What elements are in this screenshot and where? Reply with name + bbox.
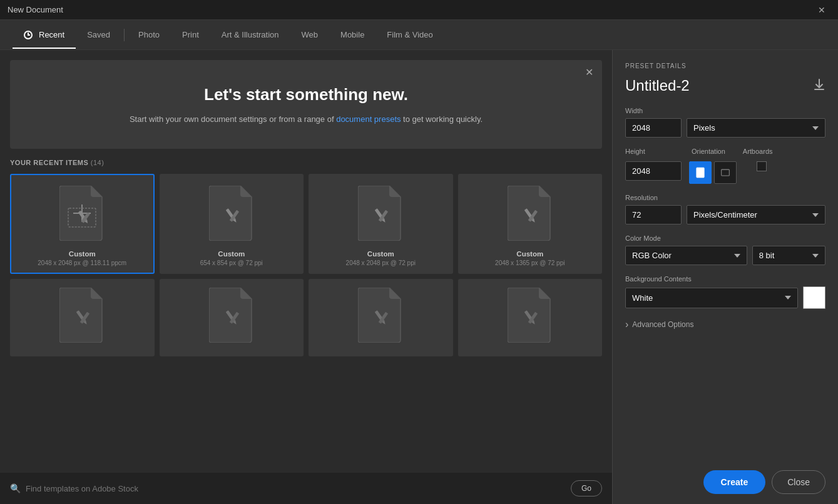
doc-icon-5 xyxy=(209,288,254,343)
tab-recent-label: Recent xyxy=(39,30,64,39)
resolution-row: Pixels/Inch Pixels/Centimeter xyxy=(625,205,825,224)
doc-icon-6 xyxy=(358,288,403,343)
recent-item-0-meta: 2048 x 2048 px @ 118.11 ppcm xyxy=(38,260,126,266)
bg-contents-select[interactable]: White Black Background Color Transparent… xyxy=(625,288,798,308)
recent-item-5[interactable] xyxy=(160,279,304,356)
search-bar: 🔍 Go xyxy=(0,473,612,504)
search-input-wrap: 🔍 xyxy=(10,483,565,493)
go-button[interactable]: Go xyxy=(571,480,602,496)
hero-close-button[interactable]: ✕ xyxy=(585,66,593,78)
recent-item-2[interactable]: Custom 2048 x 2048 px @ 72 ppi xyxy=(309,174,453,274)
color-mode-row: RGB Color CMYK Color Lab Color Grayscale… xyxy=(625,246,825,265)
recent-header: YOUR RECENT ITEMS (14) xyxy=(10,159,602,166)
panel-footer: Create Close xyxy=(625,463,825,494)
tab-art-label: Art & Illustration xyxy=(222,30,279,39)
recent-item-1-label: Custom xyxy=(218,250,245,258)
preset-name-row: Untitled-2 xyxy=(625,77,825,94)
tab-saved[interactable]: Saved xyxy=(76,21,121,48)
height-orientation-row xyxy=(625,161,825,184)
tab-web-label: Web xyxy=(302,30,319,39)
width-input[interactable] xyxy=(625,118,682,138)
landscape-button[interactable] xyxy=(714,161,737,184)
search-input[interactable] xyxy=(26,484,565,493)
advanced-options-toggle[interactable]: Advanced Options xyxy=(625,319,825,330)
tab-recent[interactable]: Recent xyxy=(13,21,76,48)
portrait-button[interactable] xyxy=(689,161,712,184)
create-button[interactable]: Create xyxy=(703,470,766,494)
color-mode-label: Color Mode xyxy=(625,234,825,242)
svg-rect-28 xyxy=(697,168,704,178)
bg-color-swatch[interactable] xyxy=(803,286,825,309)
color-mode-select[interactable]: RGB Color CMYK Color Lab Color Grayscale… xyxy=(625,246,747,265)
recent-item-0-label: Custom xyxy=(69,250,96,258)
recent-item-1-meta: 654 x 854 px @ 72 ppi xyxy=(200,260,263,266)
recent-item-3[interactable]: Custom 2048 x 1365 px @ 72 ppi xyxy=(458,174,603,274)
recent-item-3-label: Custom xyxy=(516,250,543,258)
recent-item-6[interactable] xyxy=(309,279,453,356)
orientation-label: Orientation xyxy=(692,148,725,155)
recent-count: (14) xyxy=(91,159,105,166)
tab-web[interactable]: Web xyxy=(290,21,330,48)
recent-item-0[interactable]: Custom 2048 x 2048 px @ 118.11 ppcm xyxy=(10,174,155,274)
window-close-button[interactable]: ✕ xyxy=(813,3,830,18)
doc-icon-1 xyxy=(209,183,254,244)
tab-print-label: Print xyxy=(182,30,199,39)
tab-print[interactable]: Print xyxy=(171,21,210,48)
artboards-label: Artboards xyxy=(743,148,773,155)
tab-film-video[interactable]: Film & Video xyxy=(376,21,444,48)
artboard-checkbox[interactable] xyxy=(757,161,767,171)
svg-rect-29 xyxy=(722,169,730,176)
preset-name: Untitled-2 xyxy=(625,77,690,94)
doc-icon-0 xyxy=(59,183,105,244)
doc-icon-3 xyxy=(508,183,553,244)
tab-film-label: Film & Video xyxy=(387,30,432,39)
orientation-buttons xyxy=(689,161,737,184)
tab-photo[interactable]: Photo xyxy=(127,21,171,48)
tab-mobile-label: Mobile xyxy=(340,30,364,39)
bit-depth-select[interactable]: 8 bit 16 bit 32 bit xyxy=(752,246,825,265)
orientation-group xyxy=(689,161,737,184)
tab-photo-label: Photo xyxy=(138,30,160,39)
height-input[interactable] xyxy=(625,161,682,181)
width-unit-select[interactable]: Pixels Inches Centimeters Millimeters Po… xyxy=(687,118,825,138)
resolution-unit-select[interactable]: Pixels/Inch Pixels/Centimeter xyxy=(687,205,825,224)
nav-tabs: Recent Saved Photo Print Art & Illustrat… xyxy=(0,20,838,50)
preset-section-label: PRESET DETAILS xyxy=(625,63,825,69)
dialog-title: New Document xyxy=(8,5,63,14)
recent-item-2-meta: 2048 x 2048 px @ 72 ppi xyxy=(346,260,416,266)
hero-subtitle-before: Start with your own document settings or… xyxy=(130,114,336,124)
bg-contents-label: Background Contents xyxy=(625,275,825,283)
recent-item-3-meta: 2048 x 1365 px @ 72 ppi xyxy=(495,260,565,266)
right-panel: PRESET DETAILS Untitled-2 Width Pixels I… xyxy=(613,50,838,504)
bg-select-wrap: White Black Background Color Transparent… xyxy=(625,288,798,308)
recent-header-text: YOUR RECENT ITEMS xyxy=(10,159,88,166)
search-icon: 🔍 xyxy=(10,483,21,493)
recent-item-7[interactable] xyxy=(458,279,603,356)
hero-subtitle: Start with your own document settings or… xyxy=(29,113,583,126)
width-label: Width xyxy=(625,107,825,114)
hero-document-presets-link[interactable]: document presets xyxy=(336,114,401,124)
tab-art-illustration[interactable]: Art & Illustration xyxy=(210,21,290,48)
nav-separator xyxy=(124,29,125,41)
resolution-label: Resolution xyxy=(625,194,825,201)
left-panel: ✕ Let's start something new. Start with … xyxy=(0,50,613,504)
title-bar: New Document ✕ xyxy=(0,0,838,20)
doc-icon-7 xyxy=(508,288,553,343)
recent-item-2-label: Custom xyxy=(367,250,394,258)
tab-saved-label: Saved xyxy=(87,30,110,39)
save-preset-button[interactable] xyxy=(813,78,825,94)
artboard-group xyxy=(757,161,767,171)
recent-section: YOUR RECENT ITEMS (14) xyxy=(0,149,612,473)
main-layout: ✕ Let's start something new. Start with … xyxy=(0,50,838,504)
close-button[interactable]: Close xyxy=(772,470,825,494)
hero-subtitle-after: to get working quickly. xyxy=(401,114,483,124)
items-grid: Custom 2048 x 2048 px @ 118.11 ppcm Cust… xyxy=(10,174,602,356)
tab-mobile[interactable]: Mobile xyxy=(329,21,376,48)
doc-icon-4 xyxy=(59,288,105,343)
hero-title: Let's start something new. xyxy=(29,85,583,104)
resolution-input[interactable] xyxy=(625,205,682,224)
recent-item-1[interactable]: Custom 654 x 854 px @ 72 ppi xyxy=(160,174,304,274)
bg-contents-row: White Black Background Color Transparent… xyxy=(625,286,825,309)
doc-icon-2 xyxy=(358,183,403,244)
recent-item-4[interactable] xyxy=(10,279,155,356)
